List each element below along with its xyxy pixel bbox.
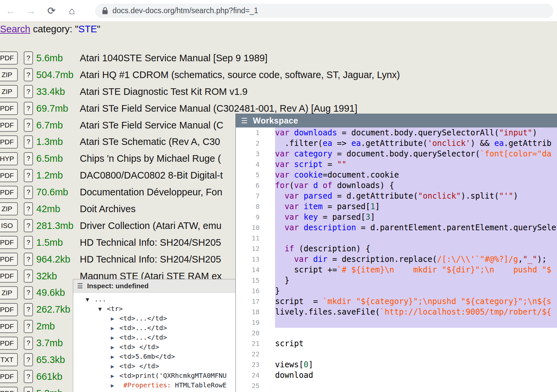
help-button[interactable]: ?	[24, 102, 33, 115]
code-token: category	[294, 149, 332, 158]
code-token: "_"	[523, 255, 537, 264]
line-number: 19	[236, 317, 260, 328]
code-area[interactable]: var downloads = document.body.querySelec…	[275, 127, 557, 392]
tree-token: <td>	[119, 352, 135, 360]
collapse-arrow-icon[interactable]: ▼	[86, 295, 94, 304]
file-size: 6.7mb	[36, 120, 80, 131]
code-token	[299, 191, 303, 201]
tree-row[interactable]: ▶ #Properties: HTMLTableRowE	[73, 380, 235, 390]
line-number: 14	[236, 265, 260, 275]
help-button[interactable]: ?	[24, 286, 33, 299]
refresh-icon[interactable]: ⟳	[46, 5, 57, 16]
back-icon[interactable]: ←	[5, 5, 16, 16]
help-button[interactable]: ?	[24, 51, 33, 65]
help-button[interactable]: ?	[24, 68, 33, 81]
expand-arrow-icon[interactable]: ▶	[111, 333, 119, 342]
code-token: }	[275, 276, 289, 285]
tree-row[interactable]: ▶<td>5.6mb</td>	[73, 352, 235, 361]
file-type-badge[interactable]: ZIP	[0, 202, 18, 215]
help-button[interactable]: ?	[24, 219, 33, 232]
code-token: var	[285, 191, 299, 201]
help-button[interactable]: ?	[24, 186, 33, 199]
line-number: 3	[236, 149, 260, 159]
file-type-badge[interactable]: PDF	[0, 102, 18, 115]
tree-row[interactable]: ▶</tr>	[73, 390, 235, 392]
collapse-arrow-icon[interactable]: ▼	[98, 304, 107, 314]
code-token: .getAttrib	[504, 139, 552, 148]
help-button[interactable]: ?	[24, 337, 33, 350]
help-button[interactable]: ?	[24, 135, 33, 149]
hamburger-menu-icon[interactable]: ☰	[77, 282, 83, 290]
expand-arrow-icon[interactable]: ▶	[111, 343, 119, 352]
expand-arrow-icon[interactable]: ▶	[111, 314, 119, 323]
url-bar[interactable]: docs.dev-docs.org/htm/search.php?find=_1	[95, 4, 553, 18]
file-type-badge[interactable]: PDF	[0, 236, 18, 249]
file-type-badge[interactable]: PDF	[0, 51, 18, 65]
file-type-badge[interactable]: PDF	[0, 186, 18, 199]
help-button[interactable]: ?	[24, 202, 33, 215]
expand-arrow-icon[interactable]: ▶	[111, 323, 119, 333]
file-title: HD Technical Info: SH204/SH205	[80, 254, 221, 265]
file-type-badge[interactable]: ISO	[0, 219, 18, 232]
file-type-badge[interactable]: ZIP	[0, 286, 18, 299]
file-type-badge[interactable]: ZIP	[0, 68, 18, 81]
code-token: var	[275, 149, 289, 158]
help-button[interactable]: ?	[24, 387, 33, 392]
file-type-badge[interactable]: PDF	[0, 269, 18, 283]
file-type-badge[interactable]: PDF	[0, 169, 18, 182]
help-button[interactable]: ?	[24, 236, 33, 249]
file-type-badge[interactable]: PDF	[0, 303, 18, 316]
tree-token: </td>	[139, 343, 159, 351]
workspace-title: Workspace	[253, 116, 298, 126]
help-button[interactable]: ?	[24, 269, 33, 283]
workspace-titlebar[interactable]: ☰ Workspace	[236, 114, 557, 127]
home-icon[interactable]: ⌂	[66, 5, 78, 16]
expand-arrow-icon[interactable]: ▶	[111, 352, 119, 361]
code-editor[interactable]: 1234567891011121314151617181920212223242…	[236, 127, 557, 392]
file-type-badge[interactable]: PDF	[0, 320, 18, 333]
help-button[interactable]: ?	[24, 253, 33, 266]
line-number: 24	[236, 370, 260, 380]
tree-row[interactable]: ▶<td>...</td>	[73, 314, 235, 323]
forward-icon[interactable]: →	[25, 5, 37, 16]
tree-row[interactable]: ▶<td>print('QXRhcmkgMTA0MFNU	[73, 371, 235, 380]
code-line: var dir = description.replace(/[:\/\\'`"…	[275, 254, 557, 265]
help-button[interactable]: ?	[24, 119, 33, 132]
tree-row[interactable]: ▶<td> </td>	[73, 342, 235, 352]
file-title: Doit Archives	[80, 204, 136, 214]
file-type-badge[interactable]: PDF	[0, 337, 18, 350]
file-type-badge[interactable]: PDF	[0, 387, 18, 392]
expand-arrow-icon[interactable]: ▶	[111, 362, 119, 371]
code-token: }	[275, 286, 280, 295]
hamburger-menu-icon[interactable]: ☰	[241, 117, 248, 125]
expand-arrow-icon[interactable]: ▶	[111, 381, 119, 390]
tree-row[interactable]: ▶<td> </td>	[73, 361, 235, 371]
tree-row[interactable]: ▼...	[73, 294, 235, 304]
tree-row[interactable]: ▶<td>...</td>	[73, 323, 235, 333]
file-type-badge[interactable]: PDF	[0, 253, 18, 266]
help-button[interactable]: ?	[24, 353, 33, 366]
help-button[interactable]: ?	[24, 169, 33, 182]
line-number: 1	[236, 127, 260, 138]
tree-token: <td>	[119, 314, 135, 322]
file-type-badge[interactable]: HYP	[0, 152, 18, 165]
help-button[interactable]: ?	[24, 303, 33, 316]
help-button[interactable]: ?	[24, 320, 33, 333]
search-link[interactable]: Search	[0, 24, 30, 34]
file-type-badge[interactable]: PDF	[0, 119, 18, 132]
code-token: lively.files.saveFile(	[275, 307, 380, 317]
tree-row[interactable]: ▼<tr>	[73, 304, 235, 314]
line-number: 10	[236, 222, 260, 233]
help-button[interactable]: ?	[24, 85, 33, 98]
tree-row[interactable]: ▶<td>...</td>	[73, 333, 235, 342]
code-token: ea	[494, 139, 504, 148]
file-type-badge[interactable]: TXT	[0, 353, 18, 366]
expand-arrow-icon[interactable]: ▶	[111, 371, 119, 380]
help-button[interactable]: ?	[24, 152, 33, 165]
file-size: 281.3mb	[36, 220, 80, 231]
inspector-titlebar[interactable]: ☰ Inspect: undefined	[73, 279, 235, 293]
file-type-badge[interactable]: ZIP	[0, 85, 18, 98]
file-type-badge[interactable]: PDF	[0, 370, 18, 383]
file-type-badge[interactable]: PDF	[0, 135, 18, 149]
help-button[interactable]: ?	[24, 370, 33, 383]
